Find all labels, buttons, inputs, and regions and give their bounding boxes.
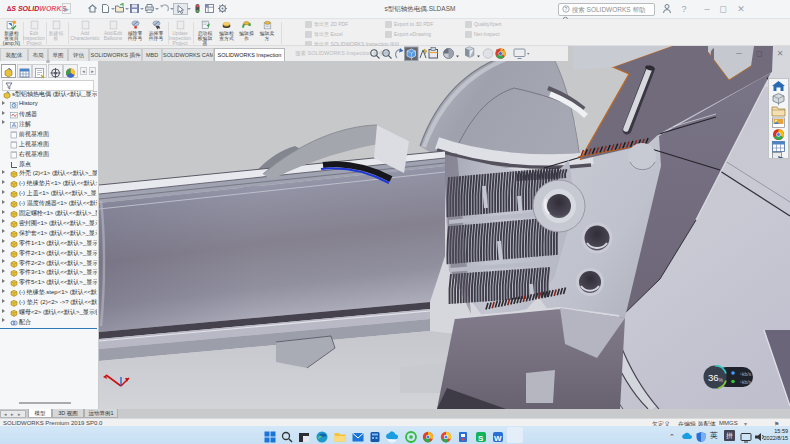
svg-text:?: ?	[565, 5, 568, 11]
svg-text:36: 36	[708, 372, 719, 383]
svg-text:S: S	[478, 434, 484, 443]
svg-text:◔kb/s: ◔kb/s	[739, 371, 752, 377]
svg-text:%: %	[719, 377, 724, 383]
svg-text:◔kb/s: ◔kb/s	[739, 379, 752, 385]
svg-text:W: W	[494, 434, 502, 443]
